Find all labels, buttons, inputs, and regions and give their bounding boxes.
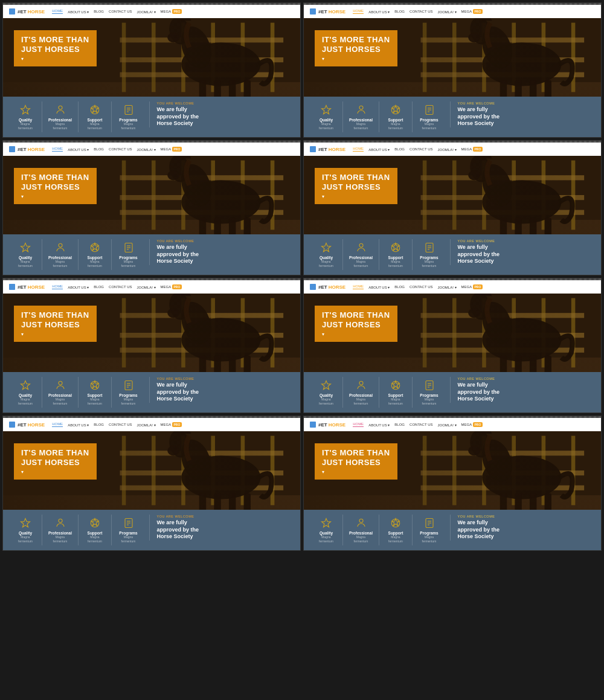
feature-item-support: Support Magnafermentum bbox=[79, 101, 112, 132]
feature-item-professional: Professional Magnafermentum bbox=[42, 515, 79, 545]
nav-link-joomla[interactable]: JOOMLA! ▾ bbox=[137, 423, 156, 427]
hero-arrow: ▾ bbox=[322, 194, 390, 199]
nav-link-about[interactable]: ABOUT US ▾ bbox=[68, 147, 89, 152]
nav-link-blog[interactable]: BLOG bbox=[394, 285, 405, 289]
nav-link-home[interactable]: HOME bbox=[52, 9, 63, 14]
nav-link-blog[interactable]: BLOG bbox=[94, 423, 104, 426]
nav-link-contact[interactable]: CONTACT US bbox=[109, 285, 132, 289]
nav-link-mega[interactable]: MEGA PRO bbox=[161, 10, 182, 13]
feature-label-1: Professional bbox=[349, 531, 373, 535]
svg-point-78 bbox=[59, 243, 62, 247]
nav-link-blog[interactable]: BLOG bbox=[94, 10, 104, 13]
nav-link-home[interactable]: HOME bbox=[353, 147, 364, 152]
feature-desc-2: Magnafermentum bbox=[88, 260, 102, 268]
svg-point-134 bbox=[59, 381, 62, 385]
nav-link-joomla[interactable]: JOOMLA! ▾ bbox=[438, 10, 457, 14]
nav-link-blog[interactable]: BLOG bbox=[94, 285, 104, 289]
feature-items: Quality Magnafermentum Professional Magn… bbox=[310, 377, 448, 408]
nav-link-about[interactable]: ABOUT US ▾ bbox=[368, 285, 390, 289]
nav-link-joomla[interactable]: JOOMLA! ▾ bbox=[137, 147, 156, 152]
feature-desc-0: Magnafermentum bbox=[319, 260, 333, 268]
nav-link-mega[interactable]: MEGA PRO bbox=[461, 147, 483, 151]
nav-link-mega[interactable]: MEGA PRO bbox=[161, 285, 182, 289]
nav-link-contact[interactable]: CONTACT US bbox=[410, 423, 432, 426]
nav-link-contact[interactable]: CONTACT US bbox=[410, 147, 432, 151]
feature-label-2: Support bbox=[388, 255, 403, 260]
logo-icon bbox=[310, 284, 316, 290]
features-bar: Quality Magnafermentum Professional Magn… bbox=[3, 372, 300, 413]
welcome-label: YOU ARE WELCOME bbox=[157, 377, 295, 381]
nav-links: HOME ABOUT US ▾ BLOG CONTACT US JOOMLA! … bbox=[52, 284, 182, 289]
nav-link-contact[interactable]: CONTACT US bbox=[410, 10, 432, 13]
nav-link-contact[interactable]: CONTACT US bbox=[109, 423, 132, 426]
professional-icon bbox=[355, 104, 367, 116]
professional-icon bbox=[355, 242, 367, 254]
nav-link-joomla[interactable]: JOOMLA! ▾ bbox=[438, 423, 457, 427]
feature-desc-0: Magnafermentum bbox=[18, 535, 33, 543]
nav-link-home[interactable]: HOME bbox=[52, 284, 63, 289]
nav-link-mega[interactable]: MEGA PRO bbox=[461, 423, 483, 426]
feature-desc-1: Magnafermentum bbox=[354, 260, 368, 268]
nav-link-about[interactable]: ABOUT US ▾ bbox=[68, 285, 89, 289]
hero-title: IT'S MORE THANJUST HORSES bbox=[322, 35, 390, 54]
quality-icon bbox=[320, 379, 332, 391]
nav-link-blog[interactable]: BLOG bbox=[94, 147, 104, 151]
nav-link-mega[interactable]: MEGA PRO bbox=[161, 423, 182, 426]
nav-link-about[interactable]: ABOUT US ▾ bbox=[68, 423, 89, 427]
feature-item-quality: Quality Magnafermentum bbox=[9, 377, 42, 408]
nav-link-joomla[interactable]: JOOMLA! ▾ bbox=[438, 285, 457, 289]
nav-link-home[interactable]: HOME bbox=[353, 9, 364, 14]
hero-box: IT'S MORE THANJUST HORSES ▾ bbox=[14, 168, 97, 204]
nav-link-about[interactable]: ABOUT US ▾ bbox=[68, 10, 89, 14]
nav-link-contact[interactable]: CONTACT US bbox=[109, 147, 132, 151]
nav-link-joomla[interactable]: JOOMLA! ▾ bbox=[137, 10, 156, 14]
logo[interactable]: #ET HORSE bbox=[9, 284, 45, 290]
nav-link-blog[interactable]: BLOG bbox=[394, 10, 405, 13]
feature-label-1: Professional bbox=[48, 393, 72, 397]
nav-link-mega[interactable]: MEGA PRO bbox=[461, 10, 483, 13]
welcome-text: We are fullyapproved by theHorse Society bbox=[157, 244, 295, 265]
logo-horse: HORSE bbox=[28, 284, 45, 290]
svg-point-51 bbox=[391, 106, 400, 114]
nav-link-mega[interactable]: MEGA PRO bbox=[161, 147, 182, 151]
programs-icon bbox=[123, 379, 135, 391]
feature-label-1: Professional bbox=[349, 118, 373, 122]
feature-item-quality: Quality Magnafermentum bbox=[9, 101, 42, 132]
nav-link-mega[interactable]: MEGA PRO bbox=[461, 285, 483, 289]
feature-desc-3: Magnafermentum bbox=[121, 535, 136, 543]
logo[interactable]: #ET HORSE bbox=[9, 146, 45, 152]
feature-label-2: Support bbox=[88, 118, 103, 122]
nav-link-home[interactable]: HOME bbox=[52, 147, 63, 152]
logo-et: #ET bbox=[318, 147, 327, 152]
logo[interactable]: #ET HORSE bbox=[9, 422, 45, 428]
nav-link-joomla[interactable]: JOOMLA! ▾ bbox=[438, 147, 457, 152]
feature-desc-2: Magnafermentum bbox=[88, 122, 102, 130]
logo[interactable]: #ET HORSE bbox=[310, 8, 345, 14]
feature-item-quality: Quality Magnafermentum bbox=[9, 239, 42, 270]
hero-box: IT'S MORE THANJUST HORSES ▾ bbox=[315, 30, 397, 66]
welcome-label: YOU ARE WELCOME bbox=[458, 515, 596, 518]
logo[interactable]: #ET HORSE bbox=[310, 284, 345, 290]
logo[interactable]: #ET HORSE bbox=[310, 146, 345, 152]
feature-desc-2: Magnafermentum bbox=[88, 397, 102, 405]
nav-link-about[interactable]: ABOUT US ▾ bbox=[368, 423, 390, 427]
logo[interactable]: #ET HORSE bbox=[310, 422, 345, 428]
nav-link-home[interactable]: HOME bbox=[52, 422, 63, 427]
hero-arrow: ▾ bbox=[21, 56, 89, 62]
professional-icon bbox=[355, 517, 367, 529]
nav-link-contact[interactable]: CONTACT US bbox=[109, 10, 132, 13]
feature-label-3: Programs bbox=[119, 393, 137, 397]
nav-link-about[interactable]: ABOUT US ▾ bbox=[368, 10, 390, 14]
welcome-section: YOU ARE WELCOME We are fullyapproved by … bbox=[450, 377, 596, 403]
nav-link-contact[interactable]: CONTACT US bbox=[410, 285, 432, 289]
logo-et: #ET bbox=[318, 422, 327, 428]
logo[interactable]: #ET HORSE bbox=[9, 8, 45, 14]
feature-item-programs: Programs Magnafermentum bbox=[413, 515, 446, 545]
nav-link-home[interactable]: HOME bbox=[353, 284, 364, 289]
feature-item-support: Support Magnafermentum bbox=[379, 515, 413, 545]
nav-link-home[interactable]: HOME bbox=[353, 422, 364, 427]
nav-link-blog[interactable]: BLOG bbox=[394, 147, 405, 151]
nav-link-blog[interactable]: BLOG bbox=[394, 423, 405, 426]
nav-link-about[interactable]: ABOUT US ▾ bbox=[368, 147, 390, 152]
nav-link-joomla[interactable]: JOOMLA! ▾ bbox=[137, 285, 156, 289]
